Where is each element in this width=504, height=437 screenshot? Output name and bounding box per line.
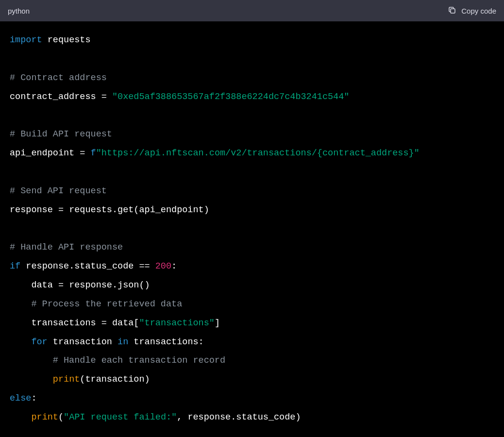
expression: data[ [107,318,139,328]
operator: = [80,148,85,158]
keyword-import: import [10,35,42,45]
expression: response.status_code == [20,261,155,271]
colon: : [31,393,36,403]
indent [10,374,53,385]
operator: = [58,205,64,215]
operator: = [101,92,107,102]
identifier: transaction [48,337,118,347]
string-literal: "transactions" [139,318,214,328]
paren: ( [58,412,64,422]
fstring-prefix: f [85,148,96,158]
keyword-for: for [10,337,48,347]
function-call: print [53,374,80,385]
comment: # Build API request [10,129,112,139]
expression: response.json() [64,280,150,290]
clipboard-icon [448,6,456,16]
comment: # Process the retrieved data [10,299,182,309]
colon: : [171,261,177,271]
keyword-in: in [118,337,128,347]
operator: = [101,318,107,328]
comment: # Contract address [10,73,107,83]
code-header: python Copy code [0,0,504,21]
svg-rect-0 [451,9,455,13]
module-name: requests [42,35,91,45]
identifier: api_endpoint [10,148,80,158]
function-call: print [31,412,58,422]
operator: = [58,280,64,290]
string-literal: "0xed5af388653567af2f388e6224dc7c4b3241c… [107,92,350,102]
code-body[interactable]: import requests # Contract address contr… [0,21,504,437]
number-literal: 200 [155,261,171,271]
arguments: (transaction) [80,374,150,385]
indent [10,412,31,422]
expression: transactions: [128,337,203,347]
fstring-interp: {contract_address} [317,148,414,158]
string-literal: "https://api.nftscan.com/v2/transactions… [96,148,317,158]
comment: # Send API request [10,186,107,196]
arguments: , response.status_code) [177,412,301,422]
string-literal: "API request failed:" [64,412,177,422]
identifier: response [10,205,58,215]
string-literal: " [414,148,420,158]
identifier: contract_address [10,92,101,102]
keyword-if: if [10,261,20,271]
identifier: data [10,280,58,290]
copy-code-label: Copy code [461,7,496,15]
copy-code-button[interactable]: Copy code [448,6,496,16]
code-block: python Copy code import requests # Contr… [0,0,504,437]
comment: # Handle API response [10,242,123,252]
comment: # Handle each transaction record [10,355,225,366]
identifier: transactions [10,318,101,328]
bracket: ] [215,318,220,328]
expression: requests.get(api_endpoint) [64,205,209,215]
code-content[interactable]: import requests # Contract address contr… [10,31,494,427]
language-label: python [8,7,30,15]
keyword-else: else [10,393,31,403]
